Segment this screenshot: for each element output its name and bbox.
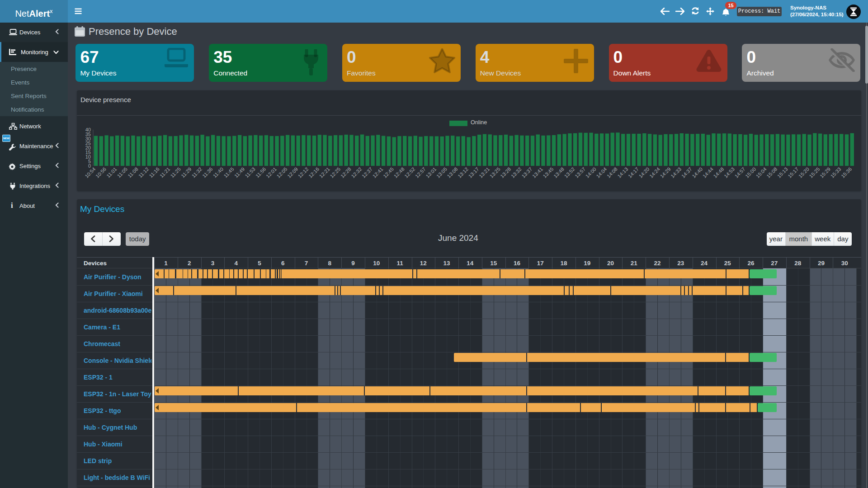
svg-text:10:56: 10:56 <box>94 166 107 179</box>
svg-text:11:56: 11:56 <box>255 166 267 178</box>
svg-text:15:17: 15:17 <box>787 166 799 179</box>
svg-text:10:54: 10:54 <box>84 166 96 179</box>
svg-text:15:20: 15:20 <box>797 166 810 179</box>
svg-text:14:24: 14:24 <box>648 166 661 179</box>
svg-text:14:57: 14:57 <box>734 166 746 179</box>
svg-text:12:41: 12:41 <box>372 166 384 179</box>
svg-text:14:00: 14:00 <box>585 166 597 179</box>
svg-text:11:08: 11:08 <box>127 166 139 178</box>
svg-text:12:05: 12:05 <box>276 166 288 179</box>
svg-text:13:45: 13:45 <box>542 166 555 179</box>
svg-text:11:29: 11:29 <box>180 166 192 178</box>
svg-text:15:36: 15:36 <box>840 166 853 179</box>
svg-text:14:37: 14:37 <box>680 166 693 179</box>
svg-text:12:37: 12:37 <box>361 166 373 179</box>
svg-text:15:13: 15:13 <box>776 166 789 179</box>
svg-text:13:41: 13:41 <box>531 166 544 179</box>
svg-text:14:04: 14:04 <box>595 166 608 179</box>
svg-text:13:52: 13:52 <box>563 166 576 179</box>
svg-text:13:48: 13:48 <box>552 166 565 179</box>
svg-text:12:45: 12:45 <box>382 166 395 179</box>
svg-text:12:57: 12:57 <box>414 166 427 179</box>
svg-text:13:25: 13:25 <box>489 166 501 179</box>
svg-text:12:52: 12:52 <box>403 166 416 179</box>
svg-text:13:21: 13:21 <box>478 166 491 179</box>
svg-text:13:01: 13:01 <box>425 166 437 179</box>
svg-text:12:32: 12:32 <box>350 166 363 179</box>
svg-text:13:05: 13:05 <box>435 166 448 179</box>
svg-text:40: 40 <box>85 127 91 132</box>
svg-text:11:49: 11:49 <box>233 166 245 178</box>
svg-text:11:16: 11:16 <box>148 166 160 178</box>
svg-text:11:05: 11:05 <box>116 166 128 178</box>
svg-text:13:32: 13:32 <box>510 166 523 179</box>
svg-text:11:36: 11:36 <box>201 166 213 178</box>
svg-text:12:21: 12:21 <box>318 166 331 179</box>
svg-text:14:08: 14:08 <box>606 166 618 179</box>
svg-text:14:33: 14:33 <box>670 166 682 179</box>
svg-text:12:25: 12:25 <box>329 166 341 179</box>
svg-text:15:29: 15:29 <box>819 166 831 179</box>
svg-text:11:53: 11:53 <box>244 166 256 178</box>
svg-text:13:08: 13:08 <box>446 166 459 179</box>
svg-text:14:29: 14:29 <box>659 166 672 179</box>
svg-text:11:45: 11:45 <box>222 166 235 178</box>
svg-text:12:01: 12:01 <box>265 166 278 179</box>
svg-text:15:04: 15:04 <box>755 166 768 179</box>
svg-text:12:12: 12:12 <box>297 166 310 179</box>
svg-text:11:01: 11:01 <box>105 166 118 178</box>
svg-text:15:33: 15:33 <box>830 166 842 179</box>
svg-text:11:32: 11:32 <box>191 166 203 178</box>
svg-text:13:28: 13:28 <box>499 166 512 179</box>
svg-text:13:57: 13:57 <box>574 166 586 179</box>
svg-text:12:16: 12:16 <box>307 166 320 179</box>
svg-text:12:48: 12:48 <box>393 166 406 179</box>
svg-text:15:00: 15:00 <box>744 166 757 179</box>
svg-text:12:28: 12:28 <box>340 166 352 179</box>
svg-text:14:17: 14:17 <box>627 166 640 179</box>
svg-text:14:53: 14:53 <box>723 166 736 179</box>
svg-text:14:40: 14:40 <box>691 166 703 179</box>
svg-text:14:20: 14:20 <box>638 166 651 179</box>
svg-text:11:21: 11:21 <box>159 166 171 178</box>
svg-text:15:25: 15:25 <box>808 166 821 179</box>
svg-text:15:08: 15:08 <box>765 166 778 179</box>
svg-text:14:48: 14:48 <box>712 166 725 179</box>
svg-text:11:25: 11:25 <box>170 166 182 178</box>
svg-text:13:12: 13:12 <box>457 166 469 179</box>
svg-text:14:13: 14:13 <box>616 166 629 179</box>
svg-text:13:17: 13:17 <box>467 166 480 179</box>
svg-text:12:09: 12:09 <box>286 166 299 179</box>
svg-text:14:44: 14:44 <box>702 166 714 179</box>
svg-text:11:40: 11:40 <box>212 166 224 178</box>
svg-text:13:37: 13:37 <box>520 166 533 179</box>
svg-text:11:12: 11:12 <box>137 166 150 178</box>
